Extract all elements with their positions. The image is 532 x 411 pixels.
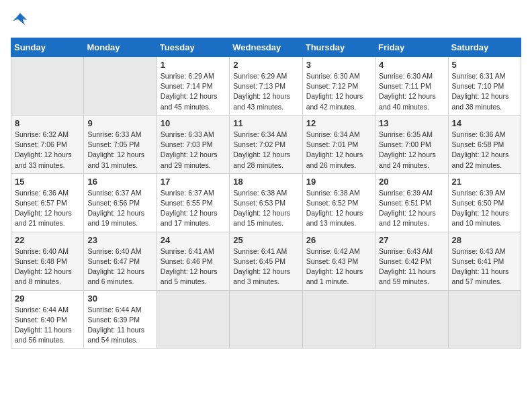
calendar-cell: 22Sunrise: 6:40 AMSunset: 6:48 PMDayligh…	[11, 232, 84, 290]
calendar-cell: 14Sunrise: 6:36 AMSunset: 6:58 PMDayligh…	[448, 115, 521, 173]
calendar-cell: 13Sunrise: 6:35 AMSunset: 7:00 PMDayligh…	[375, 115, 448, 173]
day-info: Sunrise: 6:44 AMSunset: 6:40 PMDaylight:…	[15, 305, 80, 346]
day-info: Sunrise: 6:36 AMSunset: 6:58 PMDaylight:…	[452, 130, 517, 171]
day-info: Sunrise: 6:41 AMSunset: 6:45 PMDaylight:…	[233, 246, 298, 287]
day-info: Sunrise: 6:38 AMSunset: 6:52 PMDaylight:…	[306, 188, 371, 229]
calendar-cell	[375, 290, 448, 349]
calendar-table: SundayMondayTuesdayWednesdayThursdayFrid…	[11, 38, 521, 349]
calendar-week-2: 15Sunrise: 6:36 AMSunset: 6:57 PMDayligh…	[11, 173, 521, 232]
day-number: 28	[452, 235, 517, 245]
day-number: 12	[306, 118, 371, 128]
calendar-week-0: 1Sunrise: 6:29 AMSunset: 7:14 PMDaylight…	[11, 57, 521, 116]
day-info: Sunrise: 6:37 AMSunset: 6:55 PMDaylight:…	[161, 188, 226, 229]
logo	[11, 11, 32, 30]
day-info: Sunrise: 6:43 AMSunset: 6:41 PMDaylight:…	[452, 246, 517, 287]
calendar-cell: 17Sunrise: 6:37 AMSunset: 6:55 PMDayligh…	[157, 173, 229, 232]
calendar-cell	[302, 290, 375, 349]
day-number: 10	[161, 118, 226, 128]
day-info: Sunrise: 6:44 AMSunset: 6:39 PMDaylight:…	[87, 305, 152, 346]
svg-marker-0	[13, 13, 28, 26]
day-info: Sunrise: 6:41 AMSunset: 6:46 PMDaylight:…	[161, 246, 226, 287]
day-number: 16	[87, 177, 152, 187]
page-header	[11, 11, 521, 30]
calendar-cell: 28Sunrise: 6:43 AMSunset: 6:41 PMDayligh…	[448, 232, 521, 290]
day-info: Sunrise: 6:30 AMSunset: 7:12 PMDaylight:…	[306, 71, 371, 112]
calendar-week-4: 29Sunrise: 6:44 AMSunset: 6:40 PMDayligh…	[11, 290, 521, 349]
day-info: Sunrise: 6:30 AMSunset: 7:11 PMDaylight:…	[379, 71, 444, 112]
day-number: 4	[379, 60, 444, 70]
calendar-week-1: 8Sunrise: 6:32 AMSunset: 7:06 PMDaylight…	[11, 115, 521, 173]
weekday-header-friday: Friday	[375, 38, 448, 57]
day-number: 19	[306, 177, 371, 187]
weekday-header-saturday: Saturday	[448, 38, 521, 57]
calendar-cell: 4Sunrise: 6:30 AMSunset: 7:11 PMDaylight…	[375, 57, 448, 116]
calendar-cell: 21Sunrise: 6:39 AMSunset: 6:50 PMDayligh…	[448, 173, 521, 232]
day-info: Sunrise: 6:33 AMSunset: 7:05 PMDaylight:…	[87, 130, 152, 171]
day-info: Sunrise: 6:36 AMSunset: 6:57 PMDaylight:…	[15, 188, 80, 229]
day-info: Sunrise: 6:34 AMSunset: 7:01 PMDaylight:…	[306, 130, 371, 171]
day-number: 25	[233, 235, 298, 245]
calendar-cell: 16Sunrise: 6:37 AMSunset: 6:56 PMDayligh…	[84, 173, 157, 232]
day-number: 5	[452, 60, 517, 70]
calendar-cell: 29Sunrise: 6:44 AMSunset: 6:40 PMDayligh…	[11, 290, 84, 349]
calendar-cell: 5Sunrise: 6:31 AMSunset: 7:10 PMDaylight…	[448, 57, 521, 116]
day-number: 8	[15, 118, 80, 128]
calendar-cell	[157, 290, 229, 349]
calendar-cell: 25Sunrise: 6:41 AMSunset: 6:45 PMDayligh…	[230, 232, 302, 290]
calendar-cell: 20Sunrise: 6:39 AMSunset: 6:51 PMDayligh…	[375, 173, 448, 232]
day-number: 2	[233, 60, 298, 70]
calendar-cell: 19Sunrise: 6:38 AMSunset: 6:52 PMDayligh…	[302, 173, 375, 232]
day-info: Sunrise: 6:29 AMSunset: 7:14 PMDaylight:…	[161, 71, 226, 112]
day-info: Sunrise: 6:31 AMSunset: 7:10 PMDaylight:…	[452, 71, 517, 112]
day-number: 14	[452, 118, 517, 128]
day-number: 30	[87, 293, 152, 304]
calendar-cell: 27Sunrise: 6:43 AMSunset: 6:42 PMDayligh…	[375, 232, 448, 290]
day-info: Sunrise: 6:32 AMSunset: 7:06 PMDaylight:…	[15, 130, 80, 171]
calendar-cell: 10Sunrise: 6:33 AMSunset: 7:03 PMDayligh…	[157, 115, 229, 173]
day-info: Sunrise: 6:37 AMSunset: 6:56 PMDaylight:…	[87, 188, 152, 229]
calendar-cell: 1Sunrise: 6:29 AMSunset: 7:14 PMDaylight…	[157, 57, 229, 116]
calendar-cell: 8Sunrise: 6:32 AMSunset: 7:06 PMDaylight…	[11, 115, 84, 173]
calendar-cell	[230, 290, 302, 349]
day-number: 9	[87, 118, 152, 128]
day-info: Sunrise: 6:35 AMSunset: 7:00 PMDaylight:…	[379, 130, 444, 171]
day-info: Sunrise: 6:39 AMSunset: 6:51 PMDaylight:…	[379, 188, 444, 229]
calendar-cell: 3Sunrise: 6:30 AMSunset: 7:12 PMDaylight…	[302, 57, 375, 116]
weekday-header-monday: Monday	[84, 38, 157, 57]
day-number: 3	[306, 60, 371, 70]
calendar-cell	[11, 57, 84, 116]
day-number: 17	[161, 177, 226, 187]
calendar-week-3: 22Sunrise: 6:40 AMSunset: 6:48 PMDayligh…	[11, 232, 521, 290]
calendar-cell: 23Sunrise: 6:40 AMSunset: 6:47 PMDayligh…	[84, 232, 157, 290]
calendar-cell: 12Sunrise: 6:34 AMSunset: 7:01 PMDayligh…	[302, 115, 375, 173]
calendar-cell: 11Sunrise: 6:34 AMSunset: 7:02 PMDayligh…	[230, 115, 302, 173]
weekday-header-sunday: Sunday	[11, 38, 84, 57]
day-number: 11	[233, 118, 298, 128]
day-info: Sunrise: 6:39 AMSunset: 6:50 PMDaylight:…	[452, 188, 517, 229]
day-info: Sunrise: 6:33 AMSunset: 7:03 PMDaylight:…	[161, 130, 226, 171]
calendar-cell	[84, 57, 157, 116]
day-number: 29	[15, 293, 80, 304]
calendar-cell: 18Sunrise: 6:38 AMSunset: 6:53 PMDayligh…	[230, 173, 302, 232]
day-number: 24	[161, 235, 226, 245]
day-info: Sunrise: 6:34 AMSunset: 7:02 PMDaylight:…	[233, 130, 298, 171]
day-number: 23	[87, 235, 152, 245]
day-info: Sunrise: 6:43 AMSunset: 6:42 PMDaylight:…	[379, 246, 444, 287]
day-info: Sunrise: 6:40 AMSunset: 6:47 PMDaylight:…	[87, 246, 152, 287]
day-info: Sunrise: 6:29 AMSunset: 7:13 PMDaylight:…	[233, 71, 298, 112]
weekday-header-tuesday: Tuesday	[157, 38, 229, 57]
day-number: 27	[379, 235, 444, 245]
day-info: Sunrise: 6:40 AMSunset: 6:48 PMDaylight:…	[15, 246, 80, 287]
day-number: 26	[306, 235, 371, 245]
day-number: 15	[15, 177, 80, 187]
day-number: 20	[379, 177, 444, 187]
day-number: 18	[233, 177, 298, 187]
day-info: Sunrise: 6:42 AMSunset: 6:43 PMDaylight:…	[306, 246, 371, 287]
weekday-header-thursday: Thursday	[302, 38, 375, 57]
day-number: 13	[379, 118, 444, 128]
calendar-cell: 24Sunrise: 6:41 AMSunset: 6:46 PMDayligh…	[157, 232, 229, 290]
calendar-cell: 15Sunrise: 6:36 AMSunset: 6:57 PMDayligh…	[11, 173, 84, 232]
calendar-cell: 30Sunrise: 6:44 AMSunset: 6:39 PMDayligh…	[84, 290, 157, 349]
calendar-cell: 9Sunrise: 6:33 AMSunset: 7:05 PMDaylight…	[84, 115, 157, 173]
day-number: 21	[452, 177, 517, 187]
